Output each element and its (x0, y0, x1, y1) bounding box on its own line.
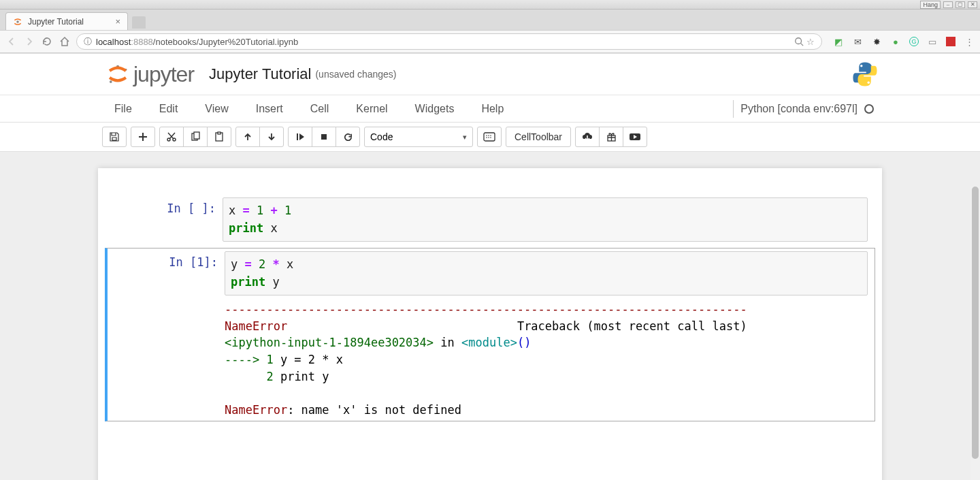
gift-button[interactable] (599, 127, 623, 147)
zoom-icon[interactable] (794, 37, 804, 46)
stop-button[interactable] (312, 127, 336, 147)
menu-edit[interactable]: Edit (146, 103, 192, 115)
browser-chrome: Jupyter Tutorial × ⓘ localhost :8888 /no… (0, 10, 980, 54)
os-username: Hang (920, 1, 941, 9)
svg-point-17 (486, 135, 487, 136)
kernel-status-icon (864, 104, 874, 114)
jupyter-favicon (13, 17, 22, 27)
ext-box-icon[interactable]: ▭ (927, 36, 938, 47)
cell-toolbar-button[interactable]: CellToolbar (506, 127, 571, 147)
svg-point-7 (868, 82, 870, 84)
os-max-button[interactable]: ▢ (956, 1, 965, 8)
cell-prompt: In [1]: (108, 251, 225, 418)
code-input[interactable]: y = 2 * xprint y (225, 251, 868, 295)
svg-point-5 (110, 80, 112, 83)
ext-evernote-icon[interactable]: ✸ (871, 36, 882, 47)
tab-title: Jupyter Tutorial (28, 17, 84, 27)
notebook-name[interactable]: Jupyter Tutorial (209, 65, 311, 83)
svg-rect-16 (484, 133, 495, 141)
svg-point-6 (860, 65, 863, 67)
save-button[interactable] (102, 127, 127, 147)
menubar: File Edit View Insert Cell Kernel Widget… (0, 95, 980, 123)
move-down-button[interactable] (259, 127, 284, 147)
os-min-button[interactable]: – (943, 1, 953, 8)
home-button[interactable] (59, 35, 71, 48)
menu-view[interactable]: View (191, 103, 242, 115)
os-close-button[interactable]: ✕ (968, 1, 977, 8)
copy-button[interactable] (183, 127, 208, 147)
cut-button[interactable] (159, 127, 184, 147)
kernel-indicator: Python [conda env:697l] (733, 100, 874, 118)
ext-grammarly-icon[interactable]: G (909, 37, 919, 46)
svg-rect-15 (321, 134, 327, 140)
new-tab-button[interactable] (132, 16, 146, 29)
code-cell[interactable]: In [ ]: x = 1 + 1print x (105, 195, 875, 244)
svg-point-20 (486, 137, 487, 138)
menu-icon[interactable]: ⋮ (964, 36, 975, 47)
svg-point-21 (488, 137, 489, 138)
menu-file[interactable]: File (106, 103, 146, 115)
vertical-scrollbar[interactable] (970, 187, 980, 480)
download-button[interactable] (575, 127, 600, 147)
cell-body: x = 1 + 1print x (223, 197, 875, 242)
code-input[interactable]: x = 1 + 1print x (223, 197, 868, 242)
menu-help[interactable]: Help (468, 103, 517, 115)
menu-widgets[interactable]: Widgets (402, 103, 468, 115)
back-button[interactable] (5, 35, 18, 48)
svg-line-2 (801, 44, 804, 46)
svg-rect-11 (194, 132, 199, 139)
jupyter-logo[interactable]: jupyter (106, 62, 194, 87)
command-palette-button[interactable] (477, 127, 502, 147)
code-cell-selected[interactable]: In [1]: y = 2 * xprint y ---------------… (105, 248, 875, 421)
cell-type-select[interactable]: Code (364, 127, 473, 147)
menu-insert[interactable]: Insert (242, 103, 297, 115)
page-content: jupyter Jupyter Tutorial (unsaved change… (0, 54, 980, 480)
svg-point-22 (490, 137, 491, 138)
menu-kernel[interactable]: Kernel (342, 103, 401, 115)
jupyter-header: jupyter Jupyter Tutorial (unsaved change… (0, 54, 980, 95)
svg-point-1 (796, 38, 802, 44)
add-cell-button[interactable] (131, 127, 155, 147)
svg-point-19 (490, 135, 491, 136)
info-icon: ⓘ (84, 36, 92, 48)
svg-rect-14 (297, 133, 298, 140)
url-host: localhost (96, 37, 131, 47)
video-button[interactable] (623, 127, 647, 147)
svg-rect-13 (218, 132, 220, 134)
notebook-paper: In [ ]: x = 1 + 1print x In [1]: y = 2 *… (98, 168, 882, 480)
url-port: :8888 (131, 37, 153, 47)
star-icon[interactable]: ☆ (806, 37, 815, 47)
tab-close-icon[interactable]: × (115, 16, 120, 27)
paste-button[interactable] (207, 127, 231, 147)
cell-prompt: In [ ]: (105, 197, 223, 242)
address-bar[interactable]: ⓘ localhost :8888 /notebooks/Jupyter%20T… (76, 33, 822, 50)
ext-mail-icon[interactable]: ✉ (852, 36, 863, 47)
extension-icons: ◩ ✉ ✸ ● G ▭ ⋮ (833, 36, 975, 47)
notebook-toolbar: Code CellToolbar (0, 123, 980, 152)
cell-body: y = 2 * xprint y -----------------------… (225, 251, 875, 418)
ext-red-icon[interactable] (946, 37, 956, 46)
jupyter-icon (106, 63, 129, 86)
python-icon (851, 60, 879, 89)
svg-point-18 (488, 135, 489, 136)
browser-tab[interactable]: Jupyter Tutorial × (5, 12, 128, 30)
forward-button[interactable] (23, 35, 35, 48)
os-titlebar: Hang – ▢ ✕ (0, 0, 980, 10)
scrollbar-thumb[interactable] (972, 187, 979, 459)
ext-clip-icon[interactable]: ◩ (833, 36, 844, 47)
save-status: (unsaved changes) (315, 69, 396, 80)
jupyter-logo-text: jupyter (133, 62, 194, 87)
svg-point-0 (16, 20, 19, 23)
cell-output-error: ----------------------------------------… (225, 295, 868, 418)
tab-strip: Jupyter Tutorial × (0, 10, 980, 30)
run-button[interactable] (288, 127, 312, 147)
addr-right-icons: ☆ (794, 37, 815, 47)
reload-button[interactable] (41, 35, 53, 48)
toolbar-row: ⓘ localhost :8888 /notebooks/Jupyter%20T… (0, 30, 980, 53)
kernel-logo (851, 60, 879, 89)
ext-dot-icon[interactable]: ● (890, 36, 901, 47)
move-up-button[interactable] (235, 127, 260, 147)
kernel-name: Python [conda env:697l] (740, 103, 858, 115)
menu-cell[interactable]: Cell (297, 103, 343, 115)
restart-button[interactable] (336, 127, 360, 147)
